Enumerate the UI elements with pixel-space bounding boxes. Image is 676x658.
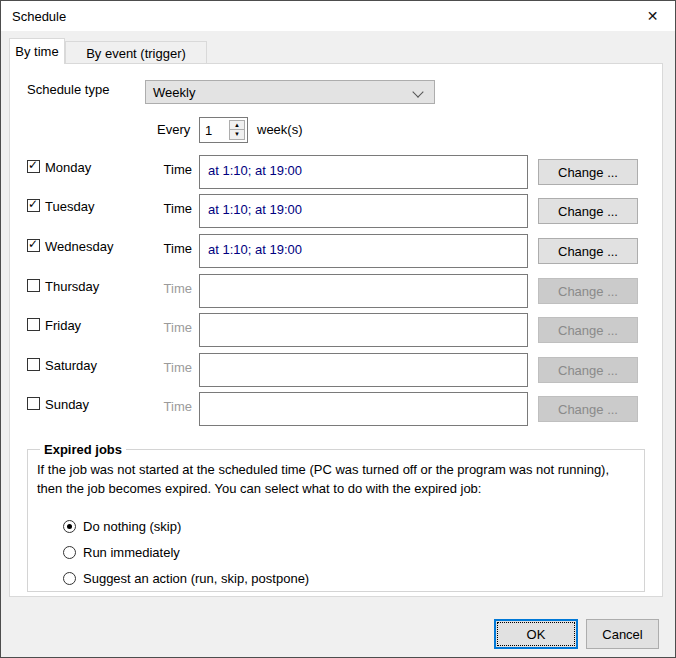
saturday-time-input[interactable] <box>199 353 528 387</box>
friday-change-button: Change ... <box>538 317 638 343</box>
day-row-wednesday: ✓ Wednesday Time at 1:10; at 19:00 Chang… <box>10 234 664 268</box>
day-label: Saturday <box>45 358 97 373</box>
window-title: Schedule <box>12 9 66 24</box>
monday-change-button[interactable]: Change ... <box>538 159 638 185</box>
thursday-checkbox[interactable] <box>27 279 40 292</box>
radio-icon <box>63 546 76 559</box>
friday-checkbox[interactable] <box>27 318 40 331</box>
time-label: Time <box>130 399 192 414</box>
day-label: Tuesday <box>45 199 94 214</box>
chevron-down-icon <box>412 86 423 97</box>
tab-label: By time <box>15 44 58 59</box>
wednesday-checkbox[interactable]: ✓ <box>27 239 40 252</box>
time-label: Time <box>130 320 192 335</box>
saturday-change-button: Change ... <box>538 357 638 383</box>
tab-by-time[interactable]: By time <box>9 38 65 64</box>
every-label: Every <box>157 122 190 137</box>
wednesday-change-button[interactable]: Change ... <box>538 238 638 264</box>
schedule-type-value: Weekly <box>153 85 195 100</box>
time-label: Time <box>130 162 192 177</box>
titlebar: Schedule ✕ <box>1 1 675 31</box>
tab-by-event[interactable]: By event (trigger) <box>65 41 207 64</box>
day-label: Friday <box>45 318 81 333</box>
radio-label: Run immediately <box>83 545 180 561</box>
day-row-monday: ✓ Monday Time at 1:10; at 19:00 Change .… <box>10 155 664 189</box>
tuesday-checkbox[interactable]: ✓ <box>27 199 40 212</box>
day-row-thursday: Thursday Time Change ... <box>10 274 664 308</box>
tab-label: By event (trigger) <box>86 46 186 61</box>
checkmark-icon: ✓ <box>28 159 38 172</box>
monday-checkbox[interactable]: ✓ <box>27 160 40 173</box>
thursday-change-button: Change ... <box>538 278 638 304</box>
day-label: Wednesday <box>45 239 113 254</box>
saturday-checkbox[interactable] <box>27 358 40 371</box>
weeks-value: 1 <box>205 123 212 138</box>
weeks-stepper[interactable]: 1 ▲ ▼ <box>199 117 248 143</box>
time-label: Time <box>130 241 192 256</box>
day-row-tuesday: ✓ Tuesday Time at 1:10; at 19:00 Change … <box>10 194 664 228</box>
radio-icon <box>63 572 76 585</box>
day-label: Monday <box>45 160 91 175</box>
checkmark-icon: ✓ <box>28 198 38 211</box>
day-label: Thursday <box>45 279 99 294</box>
schedule-dialog: Schedule ✕ By time By event (trigger) Sc… <box>0 0 676 658</box>
time-value: at 1:10; at 19:00 <box>208 242 302 257</box>
day-row-sunday: Sunday Time Change ... <box>10 392 664 426</box>
time-value: at 1:10; at 19:00 <box>208 202 302 217</box>
time-value: at 1:10; at 19:00 <box>208 163 302 178</box>
radio-selected-icon <box>63 520 76 533</box>
radio-label: Suggest an action (run, skip, postpone) <box>83 571 309 587</box>
friday-time-input[interactable] <box>199 313 528 347</box>
checkmark-icon: ✓ <box>28 238 38 251</box>
spin-down-icon[interactable]: ▼ <box>230 129 244 139</box>
day-label: Sunday <box>45 397 89 412</box>
day-row-saturday: Saturday Time Change ... <box>10 353 664 387</box>
expired-jobs-group: Expired jobs If the job was not started … <box>27 449 645 592</box>
monday-time-input[interactable]: at 1:10; at 19:00 <box>199 155 528 189</box>
tuesday-change-button[interactable]: Change ... <box>538 198 638 224</box>
day-row-friday: Friday Time Change ... <box>10 313 664 347</box>
time-label: Time <box>130 360 192 375</box>
schedule-type-label: Schedule type <box>27 82 109 97</box>
tuesday-time-input[interactable]: at 1:10; at 19:00 <box>199 194 528 228</box>
radio-dot <box>67 524 72 529</box>
expired-jobs-title: Expired jobs <box>40 442 126 457</box>
close-icon[interactable]: ✕ <box>630 1 675 31</box>
schedule-type-select[interactable]: Weekly <box>145 80 435 104</box>
radio-label: Do nothing (skip) <box>83 519 181 535</box>
ok-button[interactable]: OK <box>494 619 578 649</box>
by-time-panel: Schedule type Weekly Every 1 ▲ ▼ week(s)… <box>9 63 663 597</box>
wednesday-time-input[interactable]: at 1:10; at 19:00 <box>199 234 528 268</box>
sunday-checkbox[interactable] <box>27 397 40 410</box>
spin-buttons: ▲ ▼ <box>229 120 245 140</box>
time-label: Time <box>130 281 192 296</box>
expired-jobs-description: If the job was not started at the schedu… <box>37 460 637 498</box>
cancel-button[interactable]: Cancel <box>586 619 659 649</box>
weeks-unit-label: week(s) <box>257 122 303 137</box>
sunday-change-button: Change ... <box>538 396 638 422</box>
sunday-time-input[interactable] <box>199 392 528 426</box>
time-label: Time <box>130 201 192 216</box>
thursday-time-input[interactable] <box>199 274 528 308</box>
